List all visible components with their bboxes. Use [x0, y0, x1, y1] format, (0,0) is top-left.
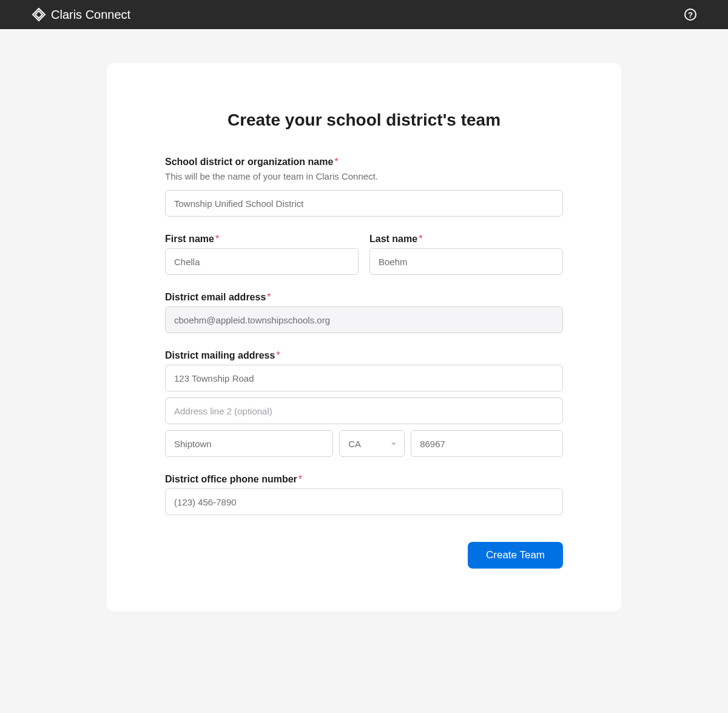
phone-label: District office phone number*	[165, 474, 563, 485]
org-name-label: School district or organization name*	[165, 157, 563, 167]
required-indicator: *	[419, 234, 422, 244]
first-name-group: First name*	[165, 234, 359, 275]
required-indicator: *	[276, 350, 280, 360]
org-name-group: School district or organization name* Th…	[165, 157, 563, 217]
first-name-input[interactable]	[165, 248, 359, 275]
phone-input[interactable]	[165, 488, 563, 515]
app-logo: Claris Connect	[32, 7, 130, 22]
help-icon[interactable]: ?	[684, 8, 696, 21]
required-indicator: *	[298, 474, 302, 484]
address-line2-input[interactable]	[165, 397, 563, 424]
required-indicator: *	[215, 234, 219, 244]
email-group: District email address*	[165, 292, 563, 333]
org-name-input[interactable]	[165, 190, 563, 217]
last-name-label: Last name*	[369, 234, 563, 245]
required-indicator: *	[267, 292, 271, 302]
main-content: Create your school district's team Schoo…	[0, 29, 728, 611]
city-input[interactable]	[165, 430, 333, 457]
required-indicator: *	[334, 157, 338, 167]
email-label: District email address*	[165, 292, 563, 303]
claris-logo-icon	[32, 7, 46, 22]
form-card: Create your school district's team Schoo…	[107, 63, 621, 611]
phone-group: District office phone number*	[165, 474, 563, 515]
address-line1-input[interactable]	[165, 365, 563, 391]
email-input	[165, 306, 563, 333]
state-select[interactable]	[339, 430, 405, 457]
button-row: Create Team	[165, 542, 563, 569]
last-name-input[interactable]	[369, 248, 563, 275]
zip-input[interactable]	[411, 430, 563, 457]
app-header: Claris Connect ?	[0, 0, 728, 29]
org-name-hint: This will be the name of your team in Cl…	[165, 171, 563, 181]
last-name-group: Last name*	[369, 234, 563, 275]
address-label: District mailing address*	[165, 350, 563, 361]
page-title: Create your school district's team	[165, 110, 563, 130]
address-group: District mailing address*	[165, 350, 563, 457]
first-name-label: First name*	[165, 234, 359, 245]
app-name: Claris Connect	[51, 8, 130, 22]
create-team-button[interactable]: Create Team	[468, 542, 563, 569]
